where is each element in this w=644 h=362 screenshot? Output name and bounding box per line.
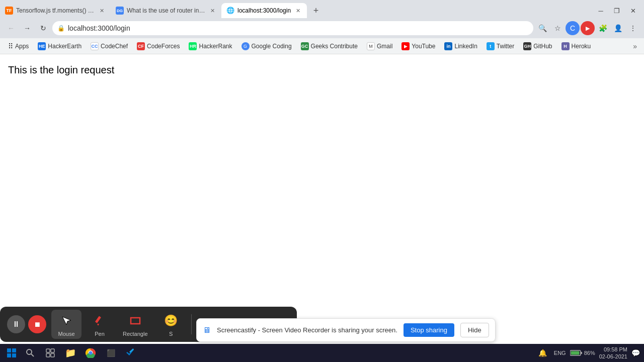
- svg-rect-6: [7, 348, 11, 352]
- bookmark-twitter-label: Twitter: [497, 43, 514, 50]
- hackerearth-favicon: HE: [38, 42, 46, 50]
- pen-label: Pen: [95, 331, 105, 337]
- hackerrank-favicon: HR: [189, 42, 197, 50]
- sticker-icon: 😊: [162, 312, 180, 330]
- profile-icon[interactable]: 👤: [611, 21, 625, 35]
- minimize-button[interactable]: ─: [594, 4, 608, 18]
- svg-rect-14: [46, 353, 50, 357]
- bookmark-twitter[interactable]: t Twitter: [482, 40, 518, 53]
- svg-rect-2: [131, 318, 140, 324]
- page-content: This is the login request: [0, 54, 644, 344]
- stop-sharing-button[interactable]: Stop sharing: [404, 323, 454, 337]
- heroku-favicon: H: [561, 42, 570, 50]
- taskbar-chrome[interactable]: [82, 344, 100, 362]
- bookmark-youtube[interactable]: ▶ YouTube: [397, 40, 439, 53]
- codechef-favicon: CC: [91, 42, 99, 50]
- svg-rect-15: [51, 353, 54, 357]
- bookmarks-more-button[interactable]: »: [630, 41, 640, 51]
- bookmark-google-coding[interactable]: G Google Coding: [237, 40, 296, 53]
- apps-icon: ⠿: [8, 42, 13, 50]
- taskbar-date-value: 02-06-2021: [599, 353, 627, 360]
- tab-dg[interactable]: DG What is the use of router in the ... …: [111, 3, 221, 18]
- bookmark-heroku[interactable]: H Heroku: [557, 40, 595, 53]
- taskbar-file-explorer[interactable]: 📁: [61, 344, 79, 362]
- address-text: localhost:3000/login: [68, 24, 130, 32]
- svg-rect-13: [51, 349, 54, 352]
- bookmark-codeforces[interactable]: CF CodeForces: [133, 40, 184, 53]
- bookmark-hackerearth[interactable]: HE HackerEarth: [34, 40, 86, 53]
- tab-close-tensorflow[interactable]: ✕: [98, 7, 106, 15]
- bookmark-linkedin-label: LinkedIn: [454, 43, 477, 50]
- sharing-text: Screencastify - Screen Video Recorder is…: [217, 326, 397, 334]
- tab-close-localhost[interactable]: ✕: [294, 7, 302, 15]
- bookmark-apps[interactable]: ⠿ Apps: [4, 40, 33, 53]
- taskbar-terminal[interactable]: ⬛: [102, 344, 120, 362]
- svg-marker-1: [97, 324, 99, 326]
- taskbar: 📁 ⬛ 🔔 ENG 86% 09:58 PM: [0, 344, 644, 362]
- svg-rect-20: [581, 352, 582, 354]
- bookmark-github[interactable]: GH GitHub: [519, 40, 556, 53]
- pen-icon: [91, 312, 109, 330]
- tab-close-dg[interactable]: ✕: [208, 7, 216, 15]
- bookmark-linkedin[interactable]: in LinkedIn: [440, 40, 481, 53]
- screencast-pause-button[interactable]: ⏸: [7, 315, 25, 333]
- sticker-label: S: [169, 331, 173, 337]
- svg-line-11: [31, 354, 34, 356]
- taskbar-task-view[interactable]: [41, 344, 59, 362]
- extension-icon[interactable]: C: [566, 21, 580, 35]
- menu-icon[interactable]: ⋮: [626, 21, 640, 35]
- screencast-record-button[interactable]: ⏹: [28, 315, 46, 333]
- address-input-wrapper[interactable]: 🔒 localhost:3000/login: [52, 21, 533, 35]
- lock-icon: 🔒: [57, 25, 65, 32]
- tab-bar-actions: ─ ❐ ✕: [594, 4, 644, 18]
- screencastify-icon[interactable]: ▶: [581, 21, 595, 35]
- svg-rect-21: [571, 351, 579, 355]
- codeforces-favicon: CF: [137, 42, 145, 50]
- forward-button[interactable]: →: [20, 21, 34, 35]
- bookmark-hackerearth-label: HackerEarth: [48, 43, 82, 50]
- extensions-icon[interactable]: 🧩: [596, 21, 610, 35]
- bookmark-icon[interactable]: ☆: [550, 21, 565, 35]
- screencast-sticker-tool[interactable]: 😊 S: [156, 310, 186, 339]
- back-button[interactable]: ←: [4, 21, 18, 35]
- taskbar-search[interactable]: [21, 344, 39, 362]
- tab-title-tensorflow: Tensorflow.js tf.moments() functi...: [16, 7, 95, 14]
- svg-rect-8: [7, 353, 11, 357]
- hide-button[interactable]: Hide: [460, 323, 489, 337]
- rectangle-label: Rectangle: [123, 331, 148, 337]
- tab-localhost[interactable]: 🌐 localhost:3000/login ✕: [221, 3, 307, 18]
- svg-point-10: [27, 349, 32, 354]
- bookmark-apps-label: Apps: [15, 43, 29, 50]
- close-button[interactable]: ✕: [626, 4, 640, 18]
- svg-point-18: [89, 351, 93, 355]
- bookmark-github-label: GitHub: [533, 43, 552, 50]
- taskbar-notification-icon[interactable]: 🔔: [536, 346, 550, 360]
- tab-bar: TF Tensorflow.js tf.moments() functi... …: [0, 0, 644, 18]
- bookmark-geeks[interactable]: GC Geeks Contribute: [297, 40, 362, 53]
- taskbar-clock: 09:58 PM 02-06-2021: [599, 346, 627, 360]
- search-icon[interactable]: 🔍: [535, 21, 549, 35]
- taskbar-time-value: 09:58 PM: [599, 346, 627, 353]
- bookmark-gmail[interactable]: M Gmail: [363, 40, 396, 53]
- screencast-mouse-tool[interactable]: Mouse: [51, 310, 82, 339]
- action-center-icon[interactable]: 💬: [631, 349, 640, 357]
- gmail-favicon: M: [367, 42, 375, 50]
- bookmark-hackerrank[interactable]: HR HackerRank: [185, 40, 236, 53]
- new-tab-button[interactable]: +: [309, 4, 323, 18]
- svg-rect-7: [12, 348, 16, 352]
- screencast-pen-tool[interactable]: Pen: [85, 310, 115, 339]
- twitter-favicon: t: [487, 42, 495, 50]
- taskbar-battery: 86%: [570, 349, 595, 356]
- toolbar-icons: 🔍 ☆ C ▶ 🧩 👤 ⋮: [535, 21, 640, 35]
- bookmark-codechef[interactable]: CC CodeChef: [87, 40, 132, 53]
- screencast-rectangle-tool[interactable]: Rectangle: [118, 310, 153, 339]
- start-button[interactable]: [4, 345, 19, 360]
- reload-button[interactable]: ↻: [36, 21, 50, 35]
- mouse-icon: [57, 312, 75, 330]
- tab-title-dg: What is the use of router in the ...: [127, 7, 205, 14]
- rectangle-icon: [126, 312, 144, 330]
- tab-tensorflow[interactable]: TF Tensorflow.js tf.moments() functi... …: [0, 3, 111, 18]
- restore-button[interactable]: ❐: [610, 4, 624, 18]
- taskbar-vscode[interactable]: [122, 344, 140, 362]
- bookmark-geeks-label: Geeks Contribute: [311, 43, 358, 50]
